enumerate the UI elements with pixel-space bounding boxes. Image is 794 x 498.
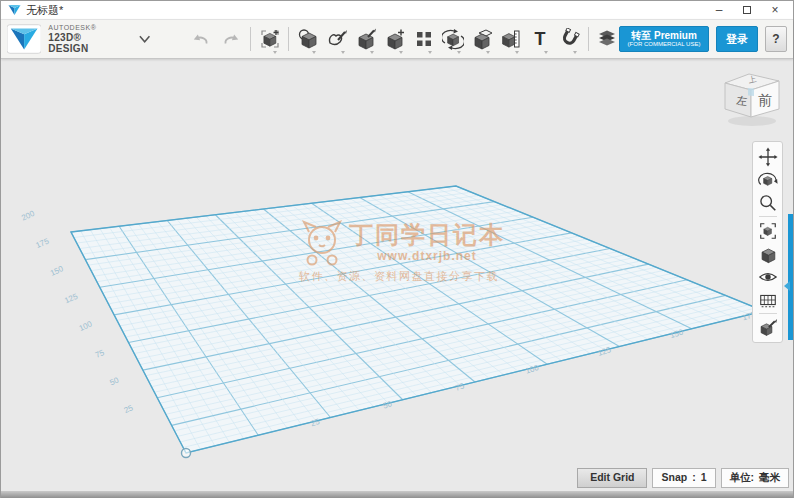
combine-icon	[471, 28, 493, 50]
units-value: 毫米	[759, 471, 780, 485]
orbit-button[interactable]	[755, 168, 781, 191]
login-button[interactable]: 登录	[716, 26, 758, 52]
maximize-button[interactable]	[733, 2, 761, 18]
orbit-icon	[758, 170, 778, 190]
panel-collapse-arrow-icon[interactable]	[784, 281, 790, 291]
app-logo-icon	[8, 4, 21, 16]
grid-svg[interactable]: 2001751501251007550252550751001251501752…	[1, 59, 793, 491]
measure-icon	[500, 28, 522, 50]
svg-text:100: 100	[78, 319, 94, 333]
toolbar-separator	[588, 27, 589, 51]
fit-view-icon	[758, 221, 778, 241]
dropdown-caret	[457, 51, 461, 54]
window-title: 无标题*	[26, 3, 63, 18]
redo-icon	[222, 31, 240, 47]
material-button[interactable]	[755, 316, 781, 339]
edit-grid-button[interactable]: Edit Grid	[577, 468, 647, 488]
svg-text:175: 175	[34, 236, 50, 250]
eye-icon	[758, 267, 778, 287]
viewport[interactable]: 2001751501251007550252550751001251501752…	[1, 59, 793, 491]
premium-sublabel: (FOR COMMERCIAL USE)	[628, 41, 701, 47]
tool-combine-button[interactable]	[470, 23, 494, 55]
svg-text:200: 200	[20, 209, 36, 223]
minimize-button[interactable]: –	[705, 2, 733, 18]
app-menu-button[interactable]: AUTODESK® 123D® DESIGN	[7, 24, 151, 54]
grouping-icon	[442, 28, 464, 50]
tool-modify-button[interactable]	[383, 23, 407, 55]
dropdown-caret	[341, 51, 345, 54]
grid-display-button[interactable]	[755, 288, 781, 311]
brand-text: AUTODESK® 123D® DESIGN	[48, 24, 120, 54]
3d-print-button[interactable]	[596, 24, 619, 54]
zoom-button[interactable]	[755, 191, 781, 214]
tool-grouping-button[interactable]	[441, 23, 465, 55]
magnifier-icon	[758, 193, 778, 213]
brand-line2: 123D® DESIGN	[48, 32, 120, 54]
dropdown-caret	[370, 51, 374, 54]
units-label: 单位:	[730, 471, 755, 485]
tool-group: T	[296, 23, 581, 55]
tool-pattern-button[interactable]	[412, 23, 436, 55]
viewcube-left-face[interactable]: 左	[736, 94, 748, 107]
side-panel-stripe	[788, 214, 793, 340]
dropdown-caret	[544, 51, 548, 54]
help-button[interactable]: ?	[765, 26, 787, 52]
snap-setting[interactable]: Snap : 1	[652, 468, 715, 488]
text-icon: T	[529, 28, 551, 50]
toolbar-separator	[288, 27, 289, 51]
app-window: 无标题* – × AUTODESK® 123D® DESIGN	[0, 0, 794, 498]
dropdown-caret	[428, 51, 432, 54]
close-button[interactable]: ×	[761, 2, 789, 18]
toolbar-separator	[250, 27, 251, 51]
svg-text:50: 50	[108, 375, 120, 387]
primitives-icon	[297, 28, 319, 50]
visibility-button[interactable]	[755, 265, 781, 288]
svg-text:25: 25	[123, 403, 135, 415]
premium-button[interactable]: 转至 Premium (FOR COMMERCIAL USE)	[619, 26, 709, 52]
3d-print-icon	[596, 28, 618, 50]
tool-snap-button[interactable]	[557, 23, 581, 55]
undo-button[interactable]	[189, 24, 213, 54]
units-setting[interactable]: 单位: 毫米	[721, 468, 790, 488]
tool-measure-button[interactable]	[499, 23, 523, 55]
premium-label: 转至 Premium	[631, 31, 697, 42]
view-cube[interactable]: 左 前 上	[721, 63, 785, 129]
snap-value: 1	[701, 471, 707, 485]
sketch-icon	[326, 28, 348, 50]
tool-sketch-button[interactable]	[325, 23, 349, 55]
123d-logo-icon	[7, 24, 41, 54]
insert-icon	[259, 28, 281, 50]
grid-display-icon	[758, 290, 778, 310]
dropdown-caret	[573, 51, 577, 54]
viewcube-top-face[interactable]: 上	[747, 74, 758, 85]
pan-icon	[758, 147, 778, 167]
redo-button[interactable]	[219, 24, 243, 54]
pattern-icon	[413, 28, 435, 50]
material-icon	[758, 318, 778, 338]
snap-label: Snap	[661, 471, 687, 485]
dropdown-caret	[273, 51, 277, 54]
navbar-separator	[759, 313, 777, 314]
tool-primitives-button[interactable]	[296, 23, 320, 55]
titlebar: 无标题* – ×	[1, 1, 793, 19]
snap-colon: :	[692, 471, 696, 485]
tool-insert-button[interactable]	[258, 23, 281, 55]
svg-text:150: 150	[49, 264, 65, 278]
shading-icon	[758, 244, 778, 264]
dropdown-caret	[399, 51, 403, 54]
svg-text:T: T	[534, 29, 545, 49]
dropdown-caret	[486, 51, 490, 54]
svg-text:75: 75	[94, 348, 106, 360]
viewcube-front-face[interactable]: 前	[758, 92, 772, 108]
modify-icon	[384, 28, 406, 50]
tool-text-button[interactable]: T	[528, 23, 552, 55]
svg-text:125: 125	[63, 292, 79, 306]
navbar-separator	[759, 216, 777, 217]
fit-view-button[interactable]	[755, 219, 781, 242]
brand-line1: AUTODESK®	[48, 24, 120, 32]
pan-button[interactable]	[755, 145, 781, 168]
statusbar: Edit Grid Snap : 1 单位: 毫米	[577, 468, 789, 488]
construct-icon	[355, 28, 377, 50]
shading-button[interactable]	[755, 242, 781, 265]
tool-construct-button[interactable]	[354, 23, 378, 55]
